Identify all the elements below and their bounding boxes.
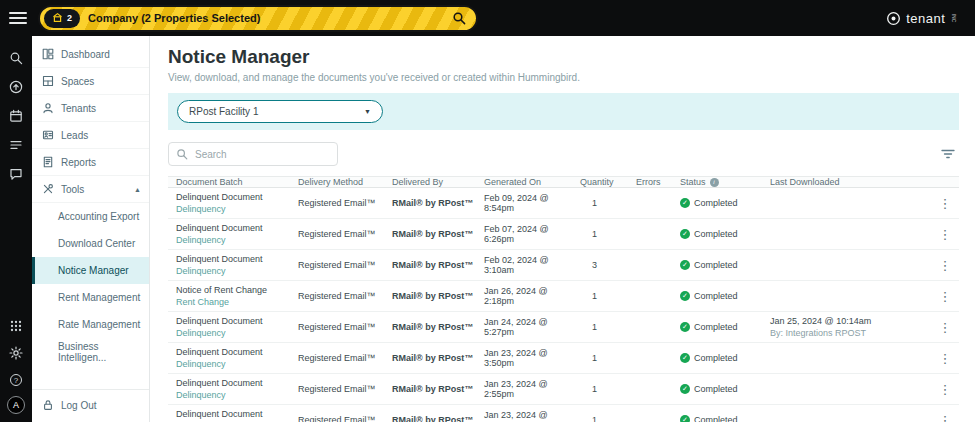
table-row[interactable]: Delinquent Document Delinquency Register… <box>168 374 959 405</box>
delivered-by: RMail® by RPost™ <box>392 318 484 336</box>
sidebar-item-label: Leads <box>61 130 141 141</box>
generated-on-date: Feb 02, 2024 @ <box>484 255 574 265</box>
table-body: Delinquent Document Delinquency Register… <box>168 188 959 422</box>
user-avatar[interactable]: A <box>7 396 25 414</box>
errors-value <box>636 323 680 331</box>
quantity-value: 1 <box>580 225 636 243</box>
table-row[interactable]: Delinquent Document Delinquency Register… <box>168 188 959 219</box>
table-row[interactable]: Delinquent Document Delinquency Register… <box>168 219 959 250</box>
row-actions-kebab-icon[interactable]: ⋮ <box>933 289 957 304</box>
apps-grid-icon[interactable] <box>9 319 23 333</box>
status-label: Completed <box>694 322 738 332</box>
row-actions-kebab-icon[interactable]: ⋮ <box>933 227 957 242</box>
check-circle-icon: ✓ <box>680 384 690 394</box>
delivery-method: Registered Email™ <box>298 225 392 243</box>
column-header-quantity: Quantity <box>580 177 636 187</box>
sidebar-item-dashboard[interactable]: Dashboard <box>32 41 149 68</box>
sidebar: DashboardSpacesTenantsLeadsReportsTools▲… <box>32 36 150 422</box>
row-actions-kebab-icon[interactable]: ⋮ <box>933 320 957 335</box>
create-icon[interactable] <box>9 80 23 94</box>
delivery-method: Registered Email™ <box>298 194 392 212</box>
check-circle-icon: ✓ <box>680 229 690 239</box>
document-batch-name: Delinquent Document <box>176 409 292 419</box>
status-label: Completed <box>694 415 738 422</box>
status-badge: ✓ Completed <box>680 225 770 243</box>
company-selector[interactable]: 2 Company (2 Properties Selected) <box>38 5 478 32</box>
check-circle-icon: ✓ <box>680 198 690 208</box>
sidebar-item-spaces[interactable]: Spaces <box>32 68 149 95</box>
sidebar-subitem-download-center[interactable]: Download Center <box>32 230 149 257</box>
sidebar-item-label: Tools <box>61 184 127 195</box>
help-icon[interactable]: ? <box>9 373 23 387</box>
sidebar-subitem-accounting-export[interactable]: Accounting Export <box>32 203 149 230</box>
calendar-icon[interactable] <box>9 109 23 123</box>
row-actions-kebab-icon[interactable]: ⋮ <box>933 413 957 422</box>
property-count-badge: 2 <box>44 9 80 28</box>
status-badge: ✓ Completed <box>680 411 770 422</box>
document-batch-type: Delinquency <box>176 359 292 369</box>
badge-count: 2 <box>67 13 72 23</box>
hamburger-menu-icon[interactable] <box>9 12 27 24</box>
last-downloaded-date: Jan 25, 2024 @ 10:14am <box>770 316 927 326</box>
errors-value <box>636 385 680 393</box>
errors-value <box>636 261 680 269</box>
document-batch-name: Delinquent Document <box>176 254 292 264</box>
document-batch-name: Notice of Rent Change <box>176 285 292 295</box>
document-batch-name: Delinquent Document <box>176 347 292 357</box>
info-icon: i <box>710 178 719 187</box>
sidebar-subitem-rate-management[interactable]: Rate Management <box>32 311 149 338</box>
chevron-down-icon: ▼ <box>364 108 371 115</box>
search-icon[interactable] <box>452 11 466 25</box>
facility-dropdown[interactable]: RPost Facility 1 ▼ <box>177 100 383 123</box>
filter-icon[interactable] <box>937 145 959 163</box>
column-header-delivery-method: Delivery Method <box>298 177 392 187</box>
row-actions-kebab-icon[interactable]: ⋮ <box>933 258 957 273</box>
row-actions-kebab-icon[interactable]: ⋮ <box>933 351 957 366</box>
status-badge: ✓ Completed <box>680 194 770 212</box>
table-row[interactable]: Delinquent Document Delinquency Register… <box>168 343 959 374</box>
generated-on-date: Feb 07, 2024 @ <box>484 224 574 234</box>
generated-on-time: 2:18pm <box>484 296 574 306</box>
check-circle-icon: ✓ <box>680 353 690 363</box>
chat-icon[interactable] <box>9 167 23 181</box>
quantity-value: 1 <box>580 411 636 422</box>
column-header-errors: Errors <box>636 177 680 187</box>
row-actions-kebab-icon[interactable]: ⋮ <box>933 382 957 397</box>
status-badge: ✓ Completed <box>680 318 770 336</box>
document-batch-name: Delinquent Document <box>176 378 292 388</box>
sidebar-subitem-notice-manager[interactable]: Notice Manager <box>32 257 149 284</box>
search-icon[interactable] <box>9 51 23 65</box>
generated-on-time: 5:27pm <box>484 327 574 337</box>
settings-gear-icon[interactable] <box>9 346 23 360</box>
logout-label: Log Out <box>61 400 97 411</box>
status-badge: ✓ Completed <box>680 380 770 398</box>
table-row[interactable]: Notice of Rent Change Rent Change Regist… <box>168 281 959 312</box>
generated-on-date: Jan 23, 2024 @ <box>484 379 574 389</box>
search-input[interactable] <box>168 142 338 166</box>
table-row[interactable]: Delinquent Document Delinquency Register… <box>168 312 959 343</box>
document-batch-name: Delinquent Document <box>176 223 292 233</box>
table-header: Document BatchDelivery MethodDelivered B… <box>168 176 959 188</box>
sidebar-item-tools[interactable]: Tools▲ <box>32 176 149 203</box>
sidebar-subitem-rent-management[interactable]: Rent Management <box>32 284 149 311</box>
sidebar-item-label: Tenants <box>61 103 141 114</box>
errors-value <box>636 354 680 362</box>
main-content: Notice Manager View, download, and manag… <box>150 36 975 422</box>
tasks-icon[interactable] <box>9 138 23 152</box>
page-title: Notice Manager <box>168 46 959 68</box>
document-batch-name: Delinquent Document <box>176 316 292 326</box>
column-header-document-batch: Document Batch <box>176 177 298 187</box>
generated-on-date: Jan 26, 2024 @ <box>484 286 574 296</box>
sidebar-item-reports[interactable]: Reports <box>32 149 149 176</box>
sidebar-item-logout[interactable]: Log Out <box>32 389 149 420</box>
delivered-by: RMail® by RPost™ <box>392 349 484 367</box>
row-actions-kebab-icon[interactable]: ⋮ <box>933 196 957 211</box>
table-row[interactable]: Delinquent Document Delinquency Register… <box>168 250 959 281</box>
table-row[interactable]: Delinquent Document Delinquency Register… <box>168 405 959 422</box>
sidebar-item-leads[interactable]: Leads <box>32 122 149 149</box>
generated-on-date: Jan 23, 2024 @ <box>484 410 574 420</box>
sidebar-subitem-business-intelligen[interactable]: Business Intelligen... <box>32 338 149 365</box>
delivered-by: RMail® by RPost™ <box>392 194 484 212</box>
sidebar-item-tenants[interactable]: Tenants <box>32 95 149 122</box>
reports-icon <box>42 156 54 168</box>
